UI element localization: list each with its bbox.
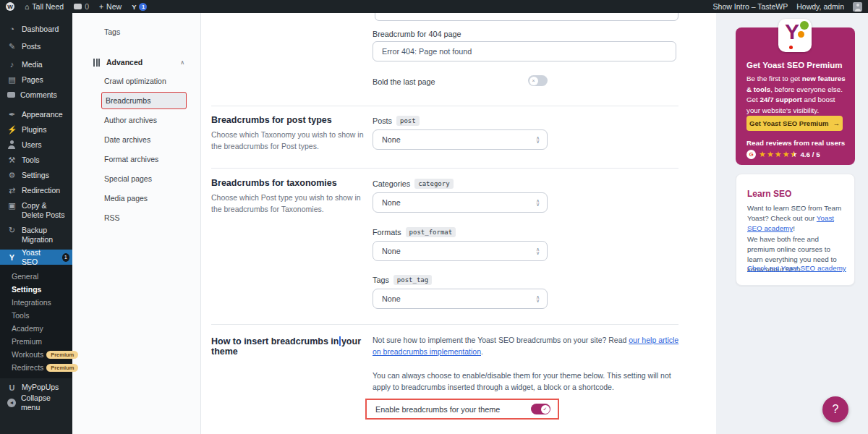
sidebar-item-label: Comments	[20, 90, 57, 100]
promo-text: Be the first to get	[746, 75, 802, 82]
tags-field-label: Tags post_tag	[373, 275, 432, 285]
sidebar-item-label: Dashboard	[22, 25, 59, 34]
submenu-item-integrations[interactable]: Integrations	[0, 296, 72, 309]
comments-menu[interactable]: 0	[74, 2, 89, 11]
logo-orange-dot	[798, 31, 804, 38]
sidebar-item-settings[interactable]: ⚙Settings	[0, 168, 72, 183]
sidebar-item-yoast-seo[interactable]: Y Yoast SEO 1	[0, 250, 72, 265]
sidebar-item-comments[interactable]: Comments	[0, 88, 72, 103]
collapse-icon: ◂	[7, 399, 16, 407]
site-menu[interactable]: ⌂ Tall Need	[25, 2, 64, 11]
sidebar-item-label: Tools	[22, 156, 40, 165]
sidebar-item-label: Appearance	[22, 110, 63, 119]
comments-bubble-icon	[74, 4, 82, 9]
formats-posttype-select[interactable]: None ∧∨	[373, 241, 548, 261]
submenu-item-label: Workouts	[12, 350, 43, 359]
appearance-icon: ✒	[7, 110, 17, 119]
collapse-menu-button[interactable]: ◂Collapse menu	[0, 395, 72, 410]
yoast-settings-nav: Tags Advanced ∧ Crawl optimization Bread…	[72, 13, 201, 434]
theme-help-paragraph: Not sure how to implement the Yoast SEO …	[373, 334, 679, 358]
site-name: Tall Need	[32, 2, 64, 11]
sidebar-item-dashboard[interactable]: ◔Dashboard	[0, 22, 72, 37]
rating-value: 4.6 / 5	[800, 150, 820, 158]
wordpress-logo-icon[interactable]: W	[6, 2, 14, 11]
paragraph-text: .	[481, 347, 483, 356]
yoast-logo-letter: Y	[785, 20, 799, 44]
nav-group-advanced[interactable]: Advanced ∧	[72, 54, 200, 71]
home-icon: ⌂	[25, 2, 29, 11]
bold-last-page-toggle[interactable]: ×	[528, 75, 548, 86]
check-academy-link[interactable]: Check out Yoast SEO academy	[747, 264, 846, 272]
toggle-knob: ✓	[541, 405, 550, 414]
sidebar-item-mypopups[interactable]: UMyPopUps	[0, 380, 72, 395]
categories-posttype-select[interactable]: None ∧∨	[373, 192, 548, 213]
sidebar-item-backup-migration[interactable]: ↻Backup Migration	[0, 223, 72, 244]
sidebar-item-media[interactable]: ♪Media	[0, 57, 72, 72]
sidebar-item-label: Pages	[22, 75, 43, 85]
sidebar-item-redirection[interactable]: ⇄Redirection	[0, 183, 72, 198]
sidebar-item-users[interactable]: Users	[0, 137, 72, 153]
submenu-item-settings[interactable]: Settings	[0, 283, 72, 296]
nav-item-date-archives[interactable]: Date archives	[72, 129, 200, 149]
submenu-item-academy[interactable]: Academy	[0, 322, 72, 335]
settings-icon: ⚙	[7, 171, 17, 179]
nav-item-format-archives[interactable]: Format archives	[72, 149, 200, 169]
submenu-item-premium[interactable]: Premium	[0, 335, 72, 348]
nav-item-media-pages[interactable]: Media pages	[72, 188, 200, 208]
howdy-menu[interactable]: Howdy, admin	[796, 2, 844, 11]
yoast-submenu: General Settings Integrations Tools Acad…	[0, 265, 72, 378]
comments-icon	[7, 92, 15, 98]
nav-item-tags[interactable]: Tags	[72, 23, 200, 41]
post-types-heading: Breadcrumbs for post types	[211, 115, 332, 125]
sidebar-item-label: Backup Migration	[22, 226, 69, 244]
submenu-item-workouts[interactable]: WorkoutsPremium	[0, 348, 72, 361]
nav-group-label: Advanced	[106, 58, 142, 67]
select-value: None	[382, 294, 401, 303]
select-chevrons-icon: ∧∨	[536, 247, 540, 255]
users-icon	[7, 140, 16, 149]
sidebar-item-posts[interactable]: ✎Posts	[0, 39, 72, 54]
mypopups-icon: U	[7, 383, 17, 392]
sliders-icon	[93, 59, 101, 67]
new-menu[interactable]: + New	[99, 2, 122, 11]
submenu-item-redirects[interactable]: RedirectsPremium	[0, 361, 72, 374]
sidebar-item-label: MyPopUps	[22, 383, 59, 392]
button-label: Get Yoast SEO Premium	[749, 119, 828, 127]
field-label: Bold the last page	[373, 77, 435, 86]
check-icon: ✓	[543, 407, 548, 412]
avatar[interactable]	[853, 2, 862, 12]
help-button[interactable]: ?	[822, 396, 848, 422]
submenu-item-general[interactable]: General	[0, 270, 72, 283]
star-icon: ★	[759, 150, 766, 158]
get-premium-button[interactable]: Get Yoast SEO Premium →	[746, 116, 843, 131]
nav-item-crawl-optimization[interactable]: Crawl optimization	[72, 71, 200, 90]
star-icon: ★	[775, 150, 782, 158]
learn-heading: Learn SEO	[747, 189, 791, 199]
posts-taxonomy-select[interactable]: None ∧∨	[373, 129, 548, 150]
redirection-icon: ⇄	[7, 186, 17, 195]
sidebar-item-appearance[interactable]: ✒Appearance	[0, 107, 72, 122]
yoast-admin-menu[interactable]: Y 1	[132, 3, 147, 11]
nav-item-author-archives[interactable]: Author archives	[72, 110, 200, 129]
g2-icon: G	[746, 150, 756, 159]
new-label: New	[106, 2, 122, 11]
partial-input-top[interactable]	[375, 13, 678, 21]
breadcrumb-404-input[interactable]	[373, 41, 676, 61]
sidebar-item-pages[interactable]: ▤Pages	[0, 72, 72, 88]
arrow-right-icon: →	[833, 119, 840, 127]
sidebar-item-copy-delete-posts[interactable]: ▣Copy & Delete Posts	[0, 198, 72, 223]
sidebar-item-plugins[interactable]: ⚡Plugins	[0, 122, 72, 137]
formats-field-label: Formats post_format	[373, 227, 456, 237]
tags-posttype-select[interactable]: None ∧∨	[373, 289, 548, 309]
submenu-item-tools[interactable]: Tools	[0, 309, 72, 322]
promo-body: Be the first to get new features & tools…	[746, 74, 846, 116]
enable-breadcrumbs-toggle[interactable]: ✓	[531, 404, 550, 414]
nav-item-breadcrumbs[interactable]: Breadcrumbs	[72, 90, 200, 110]
theme-heading: How to insert breadcrumbs inyour theme	[211, 336, 363, 357]
nav-item-special-pages[interactable]: Special pages	[72, 169, 200, 188]
sidebar-item-tools[interactable]: ⚒Tools	[0, 153, 72, 168]
sidebar-item-label: Plugins	[22, 125, 46, 135]
yoast-logo: Y	[778, 19, 812, 52]
show-intro-link[interactable]: Show Intro – TasteWP	[713, 2, 788, 11]
nav-item-rss[interactable]: RSS	[72, 208, 200, 227]
